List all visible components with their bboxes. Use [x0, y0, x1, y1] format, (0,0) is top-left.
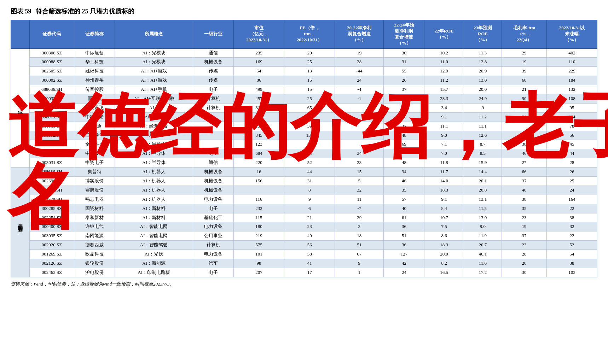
- cell-code: 002463.SZ: [29, 268, 74, 277]
- table-row: 300285.SZ国瓷材料AI：新材料电子2326-7408.411.53522: [11, 204, 597, 213]
- cell-cagr2022: 3: [335, 222, 384, 231]
- cell-pe: 20: [284, 48, 335, 58]
- cell-pe: 6: [284, 204, 335, 213]
- cell-roe23: 13.0: [464, 76, 502, 85]
- table-row: 002920.SZ德赛西威AI：智能驾驶计算机57556513618.320.7…: [11, 241, 597, 250]
- cell-mktcap: 232: [233, 204, 284, 213]
- table-row: 高端制造688686.SH奥普特AI：机器人机械设备1644153411.714…: [11, 168, 597, 177]
- cell-roe23: 20.9: [464, 67, 502, 76]
- cell-return: 103: [546, 268, 597, 277]
- table-row: 002126.SZ银轮股份AI：新能源汽车98419428.211.02038: [11, 259, 597, 268]
- cell-cagr2224: 36: [384, 222, 424, 231]
- cell-concept: AI：智能电网: [115, 231, 193, 241]
- cell-industry: 机械设备: [193, 186, 234, 195]
- cell-mktcap: 345: [233, 131, 284, 140]
- cell-return: 108: [546, 94, 597, 104]
- cell-roe23: 46.1: [464, 250, 502, 259]
- table-row: 002605.SZ姚记科技AI：AI+游戏传媒5413-445512.920.9…: [11, 67, 597, 76]
- cell-gross: 90: [502, 94, 547, 104]
- th-roe23: 23年预测ROE（%）: [464, 20, 502, 49]
- cell-industry: 电子: [193, 204, 234, 213]
- table-row: 003031.SZ中瓷电子AI：半导体通信22052234811.815.927…: [11, 158, 597, 168]
- cell-mktcap: 814: [233, 103, 284, 112]
- cell-cagr2022: 19: [335, 48, 384, 58]
- cell-industry: 通信: [193, 48, 234, 58]
- cell-roe22: 9.1: [424, 195, 464, 204]
- cell-industry: 机械设备: [193, 168, 234, 177]
- cell-mktcap: 220: [233, 158, 284, 168]
- cell-roe22: 11.8: [424, 158, 464, 168]
- cell-mktcap: 86: [233, 76, 284, 85]
- cell-pe: 13: [284, 67, 335, 76]
- cell-cagr2224: 106: [384, 103, 424, 112]
- cell-gross: 26: [502, 112, 547, 122]
- cell-name: 全志科技: [74, 140, 115, 149]
- cell-pe: 37: [284, 112, 335, 122]
- cell-pe: 54: [284, 149, 335, 158]
- cell-cagr2022: -1: [335, 94, 384, 104]
- cell-return: 52: [546, 241, 597, 250]
- cell-code: 300368.SZ: [29, 122, 74, 131]
- cell-roe22: 11.0: [424, 58, 464, 67]
- cell-name: 姚记科技: [74, 67, 115, 76]
- cell-concept: AI：机器人: [115, 195, 193, 204]
- cell-concept: AI：光模块: [115, 48, 193, 58]
- cell-cagr2022: 67: [335, 250, 384, 259]
- cell-industry: 电子: [193, 149, 234, 158]
- table-row: 001269.SZ欧晶科技AI：光伏电力设备101586712720.946.1…: [11, 250, 597, 259]
- cell-name: 国瓷材料: [74, 204, 115, 213]
- table-row: 603728.SH鸣志电器AI：机器人电力设备116911579.113.138…: [11, 195, 597, 204]
- cell-industry: 机械设备: [193, 58, 234, 67]
- cell-gross: 23: [502, 213, 547, 222]
- cell-industry: 通信: [193, 158, 234, 168]
- table-row: 300458.SZ全志科技AI：半导体12338697.18.73845: [11, 140, 597, 149]
- table-body: 字经300308.SZ中际旭创AI：光模块通信23520193010.211.3…: [11, 48, 597, 277]
- cell-concept: AI：半导体: [115, 158, 193, 168]
- cell-roe23: 15.9: [464, 158, 502, 168]
- cell-return: 24: [546, 186, 597, 195]
- cell-cagr2022: 29: [335, 213, 384, 222]
- data-table: 证券代码 证券简称 所属概念 一级行业 市值（亿元，2022/10/31） PE…: [11, 20, 597, 277]
- cell-cagr2022: 34: [335, 149, 384, 158]
- cell-gross: 19: [502, 222, 547, 231]
- cell-concept: AI：: [115, 131, 193, 140]
- cell-gross: [502, 103, 547, 112]
- cell-industry: 电子: [193, 85, 234, 94]
- cell-code: 688012.SH: [29, 149, 74, 158]
- cell-roe22: 14.0: [424, 177, 464, 186]
- cell-roe23: 8.5: [464, 149, 502, 158]
- cell-code: 003035.SZ: [29, 231, 74, 241]
- cell-return: 114: [546, 112, 597, 122]
- cell-roe23: 13.0: [464, 213, 502, 222]
- cell-code: 002126.SZ: [29, 259, 74, 268]
- table-row: 603019.SH中科曙光AI：算力36437309.111.226114: [11, 112, 597, 122]
- cell-concept: AI：机器人: [115, 168, 193, 177]
- cell-roe22: 11.1: [424, 122, 464, 131]
- cell-name: 中瓷电子: [74, 158, 115, 168]
- cell-concept: AI：新能源: [115, 259, 193, 268]
- cell-concept: AI：AI+游戏: [115, 67, 193, 76]
- cell-industry: [193, 122, 234, 131]
- table-row: 603283.SH赛腾股份AI：机器人机械设备8323518.320.84024: [11, 186, 597, 195]
- cell-roe22: 12.9: [424, 67, 464, 76]
- cell-pe: 40: [284, 231, 335, 241]
- chart-title-text: 符合筛选标准的 25 只潜力优质标的: [36, 8, 134, 15]
- cell-roe22: 7.0: [424, 149, 464, 158]
- cell-pe: 23: [284, 222, 335, 231]
- cell-cagr2224: 61: [384, 213, 424, 222]
- cell-cagr2022: 32: [335, 186, 384, 195]
- cell-industry: 传媒: [193, 76, 234, 85]
- table-header-row: 证券代码 证券简称 所属概念 一级行业 市值（亿元，2022/10/31） PE…: [11, 20, 597, 49]
- cell-cagr2022: [335, 140, 384, 149]
- cell-return: 402: [546, 48, 597, 58]
- table-row: 002230.SZ科大讯飞AI：计算机814651063.4995: [11, 103, 597, 112]
- cell-name: 泰和新材: [74, 213, 115, 222]
- cell-name: 华工科技: [74, 58, 115, 67]
- cell-pe: 25: [284, 94, 335, 104]
- cell-mktcap: 219: [233, 231, 284, 241]
- cell-gross: 38: [502, 140, 547, 149]
- cell-roe23: 20.8: [464, 186, 502, 195]
- cell-industry: 传媒: [193, 67, 234, 76]
- cell-name: 赛腾股份: [74, 186, 115, 195]
- cell-cagr2224: 30: [384, 112, 424, 122]
